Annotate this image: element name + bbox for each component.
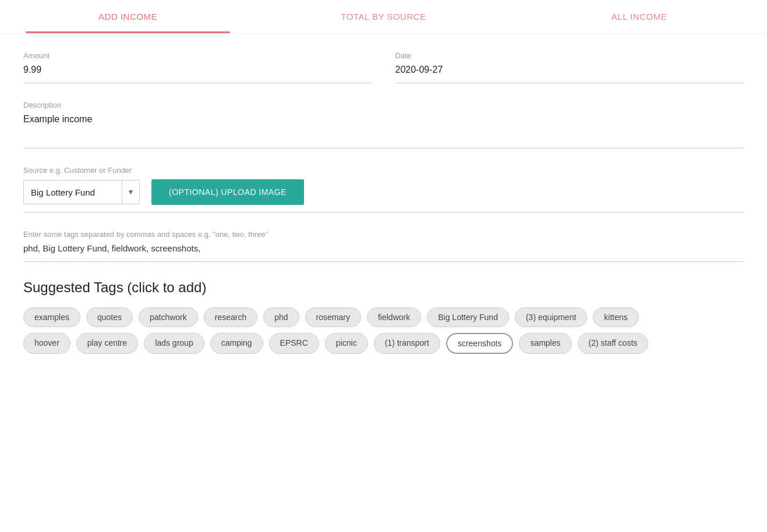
select-arrow-icon: ▼	[122, 180, 139, 204]
tags-input-value[interactable]: phd, Big Lottery Fund, fieldwork, screen…	[23, 243, 744, 262]
description-value: Example income	[23, 114, 744, 148]
suggested-tags-title: Suggested Tags (click to add)	[23, 279, 744, 296]
description-section: Description Example income	[23, 101, 744, 148]
amount-group: Amount 9.99	[23, 51, 372, 83]
suggested-tag-research[interactable]: research	[204, 307, 257, 327]
suggested-tag-rosemary[interactable]: rosemary	[305, 307, 361, 327]
suggested-tags-row2: hooverplay centrelads groupcampingEPSRCp…	[23, 333, 744, 354]
main-content: Amount 9.99 Date 2020-09-27 Description …	[0, 34, 767, 377]
tab-total-by-source[interactable]: TOTAL BY SOURCE	[256, 0, 511, 33]
source-section: Source e.g. Customer or Funder Big Lotte…	[23, 166, 744, 212]
tab-all-income[interactable]: ALL INCOME	[511, 0, 767, 33]
suggested-tag-phd[interactable]: phd	[263, 307, 299, 327]
suggested-tag-hoover[interactable]: hoover	[23, 333, 70, 354]
amount-date-row: Amount 9.99 Date 2020-09-27	[23, 51, 744, 83]
date-value: 2020-09-27	[395, 65, 744, 83]
suggested-tag-fieldwork[interactable]: fieldwork	[367, 307, 421, 327]
source-row: Big Lottery Fund Other ▼ (OPTIONAL) UPLO…	[23, 179, 744, 212]
suggested-tag-lads-group[interactable]: lads group	[144, 333, 204, 354]
source-label: Source e.g. Customer or Funder	[23, 166, 744, 175]
source-select[interactable]: Big Lottery Fund Other	[24, 182, 122, 203]
upload-image-button[interactable]: (OPTIONAL) UPLOAD IMAGE	[151, 179, 304, 205]
suggested-tag-(1)-transport[interactable]: (1) transport	[374, 333, 440, 354]
suggested-tag-examples[interactable]: examples	[23, 307, 80, 327]
tab-add-income[interactable]: ADD INCOME	[0, 0, 256, 33]
suggested-tag-(3)-equipment[interactable]: (3) equipment	[515, 307, 587, 327]
source-select-wrapper: Big Lottery Fund Other ▼	[23, 180, 140, 204]
date-label: Date	[395, 51, 744, 60]
amount-label: Amount	[23, 51, 372, 60]
suggested-tag-epsrc[interactable]: EPSRC	[269, 333, 319, 354]
suggested-tags-row1: examplesquotespatchworkresearchphdrosema…	[23, 307, 744, 327]
tags-section: Enter some tags separated by commas and …	[23, 230, 744, 262]
suggested-tag-screenshots[interactable]: screenshots	[446, 333, 513, 354]
suggested-tag-kittens[interactable]: kittens	[593, 307, 638, 327]
suggested-tag-big-lottery-fund[interactable]: Big Lottery Fund	[427, 307, 509, 327]
tab-bar: ADD INCOME TOTAL BY SOURCE ALL INCOME	[0, 0, 767, 34]
suggested-tag-picnic[interactable]: picnic	[325, 333, 368, 354]
suggested-tag-play-centre[interactable]: play centre	[76, 333, 138, 354]
suggested-tag-patchwork[interactable]: patchwork	[139, 307, 198, 327]
suggested-tag-samples[interactable]: samples	[519, 333, 571, 354]
description-label: Description	[23, 101, 744, 109]
date-group: Date 2020-09-27	[395, 51, 744, 83]
suggested-tag-camping[interactable]: camping	[210, 333, 263, 354]
tags-label: Enter some tags separated by commas and …	[23, 230, 744, 239]
suggested-tag-quotes[interactable]: quotes	[86, 307, 133, 327]
suggested-tags-section: Suggested Tags (click to add) examplesqu…	[23, 279, 744, 354]
suggested-tag-(2)-staff-costs[interactable]: (2) staff costs	[578, 333, 649, 354]
amount-value: 9.99	[23, 65, 372, 83]
